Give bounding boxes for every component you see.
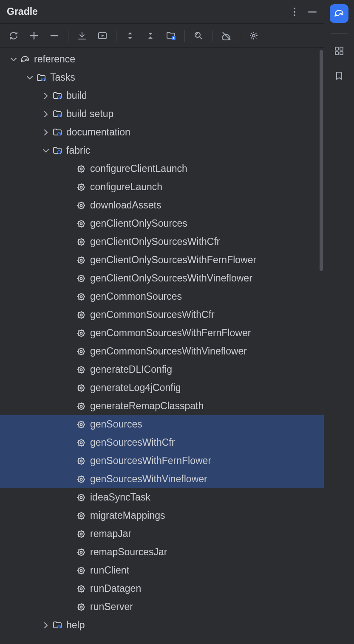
gear-icon	[75, 493, 88, 502]
task-group-node[interactable]: build	[0, 87, 324, 105]
node-label: migrateMappings	[90, 510, 165, 521]
node-label: genSources	[90, 419, 142, 430]
node-label: genClientOnlySourcesWithFernFlower	[90, 254, 256, 266]
task-node[interactable]: genClientOnlySourcesWithVineflower	[0, 269, 324, 287]
gear-icon	[75, 201, 88, 210]
task-node[interactable]: genSourcesWithVineflower	[0, 470, 324, 488]
toolbar-separator	[240, 30, 240, 42]
task-node[interactable]: generateRemapClasspath	[0, 397, 324, 415]
task-node[interactable]: generateDLIConfig	[0, 360, 324, 379]
new-project-button[interactable]	[161, 27, 180, 44]
refresh-button[interactable]	[4, 27, 23, 44]
project-root-node[interactable]: reference	[0, 50, 324, 68]
chevron-right-icon[interactable]	[41, 128, 51, 137]
task-group-node[interactable]: help	[0, 616, 324, 634]
gear-icon	[75, 420, 88, 429]
settings-button[interactable]	[244, 27, 263, 44]
node-label: genSourcesWithVineflower	[90, 473, 207, 485]
toolbar-separator	[68, 30, 68, 42]
folder-gear-icon	[51, 621, 64, 630]
task-node[interactable]: migrateMappings	[0, 506, 324, 525]
tasks-node[interactable]: Tasks	[0, 68, 324, 87]
bookmark-tool-icon[interactable]	[334, 71, 344, 80]
task-node[interactable]: genCommonSourcesWithVineflower	[0, 342, 324, 360]
task-node[interactable]: ideaSyncTask	[0, 488, 324, 506]
expand-all-button[interactable]	[121, 27, 139, 44]
chevron-right-icon[interactable]	[41, 621, 51, 630]
gear-icon	[75, 602, 88, 612]
node-label: remapJar	[90, 528, 131, 540]
gradle-tool-button[interactable]	[330, 4, 348, 23]
node-label: build setup	[66, 108, 113, 120]
more-options-icon[interactable]	[290, 7, 299, 17]
gradle-tree[interactable]: reference Tasks buildbuild setupdocument…	[0, 48, 324, 644]
collapse-all-button[interactable]	[141, 27, 160, 44]
node-label: genCommonSourcesWithVineflower	[90, 346, 247, 357]
gear-icon	[75, 310, 88, 320]
chevron-down-icon[interactable]	[25, 73, 35, 82]
gear-icon	[75, 256, 88, 265]
right-tool-rail	[324, 0, 354, 644]
gear-icon	[75, 383, 88, 393]
task-node[interactable]: genSourcesWithCfr	[0, 433, 324, 452]
task-group-node[interactable]: documentation	[0, 123, 324, 141]
node-label: Tasks	[50, 72, 75, 83]
gear-icon	[75, 183, 88, 192]
gear-icon	[75, 365, 88, 374]
node-label: remapSourcesJar	[90, 546, 167, 558]
toolbar-separator	[184, 30, 185, 42]
offline-mode-button[interactable]	[217, 27, 235, 44]
task-node[interactable]: runDatagen	[0, 579, 324, 598]
chevron-down-icon[interactable]	[8, 55, 19, 64]
task-node[interactable]: genCommonSourcesWithCfr	[0, 306, 324, 324]
node-label: generateDLIConfig	[90, 364, 172, 375]
chevron-down-icon[interactable]	[41, 146, 51, 155]
toolbar	[0, 24, 324, 48]
elephant-icon	[19, 55, 31, 64]
task-node[interactable]: genClientOnlySourcesWithFernFlower	[0, 251, 324, 269]
task-group-node[interactable]: fabric	[0, 141, 324, 160]
panel-title: Gradle	[7, 6, 290, 17]
gear-icon	[75, 292, 88, 301]
task-node[interactable]: genClientOnlySourcesWithCfr	[0, 233, 324, 251]
task-node[interactable]: remapJar	[0, 525, 324, 543]
task-node[interactable]: runServer	[0, 598, 324, 616]
add-button[interactable]	[25, 27, 43, 44]
node-label: genSourcesWithFernFlower	[90, 455, 211, 467]
task-node[interactable]: genCommonSourcesWithFernFlower	[0, 324, 324, 342]
toolbar-separator	[116, 30, 116, 42]
task-group-node[interactable]: build setup	[0, 105, 324, 123]
run-button[interactable]	[93, 27, 112, 44]
task-node[interactable]: configureClientLaunch	[0, 160, 324, 178]
minimize-icon[interactable]	[308, 7, 317, 17]
grid-tool-icon[interactable]	[334, 46, 344, 56]
task-node[interactable]: genClientOnlySources	[0, 214, 324, 233]
node-label: generateRemapClasspath	[90, 400, 204, 412]
scrollbar[interactable]	[320, 50, 323, 271]
node-label: runDatagen	[90, 583, 141, 594]
task-node[interactable]: generateLog4jConfig	[0, 379, 324, 397]
chevron-right-icon[interactable]	[41, 92, 51, 100]
task-node[interactable]: runClient	[0, 561, 324, 579]
task-node[interactable]: genSourcesWithFernFlower	[0, 452, 324, 470]
analyze-button[interactable]	[189, 27, 208, 44]
chevron-right-icon[interactable]	[41, 110, 51, 118]
folder-gear-icon	[35, 73, 48, 82]
panel-header: Gradle	[0, 0, 324, 24]
task-node[interactable]: genSources	[0, 415, 324, 433]
gear-icon	[75, 584, 88, 593]
gear-icon	[75, 475, 88, 484]
gear-icon	[75, 219, 88, 228]
node-label: genSourcesWithCfr	[90, 437, 175, 448]
download-button[interactable]	[73, 27, 91, 44]
task-node[interactable]: configureLaunch	[0, 178, 324, 196]
task-node[interactable]: downloadAssets	[0, 196, 324, 214]
node-label: genClientOnlySourcesWithCfr	[90, 236, 220, 247]
gear-icon	[75, 548, 88, 557]
remove-button[interactable]	[45, 27, 64, 44]
task-node[interactable]: remapSourcesJar	[0, 543, 324, 561]
node-label: help	[66, 619, 85, 631]
gear-icon	[75, 511, 88, 520]
task-node[interactable]: genCommonSources	[0, 287, 324, 306]
node-label: runClient	[90, 565, 129, 576]
